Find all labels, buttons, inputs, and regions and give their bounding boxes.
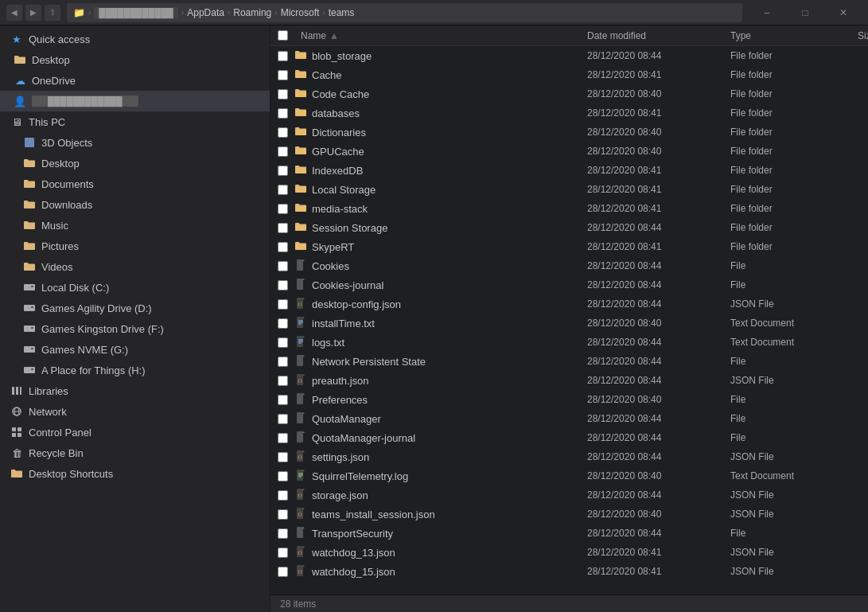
sidebar-item-games-kingston[interactable]: Games Kingston Drive (F:) — [0, 318, 270, 339]
row-checkbox-cell[interactable] — [271, 242, 294, 252]
row-checkbox-cell[interactable] — [271, 280, 294, 290]
row-checkbox[interactable] — [278, 471, 288, 481]
sidebar-item-quick-access[interactable]: ★ Quick access — [0, 29, 270, 49]
sidebar-item-user[interactable]: 👤 ████████████ — [0, 91, 270, 111]
table-row[interactable]: Cache 28/12/2020 08:41 File folder — [271, 65, 868, 84]
table-row[interactable]: Local Storage 28/12/2020 08:41 File fold… — [271, 180, 868, 199]
minimize-button[interactable]: – — [749, 0, 785, 25]
sidebar-item-pictures[interactable]: Pictures — [0, 236, 270, 256]
row-checkbox-cell[interactable] — [271, 261, 294, 271]
sidebar-item-music[interactable]: Music — [0, 215, 270, 236]
table-row[interactable]: {} desktop-config.json 28/12/2020 08:44 … — [271, 294, 868, 314]
row-checkbox-cell[interactable] — [271, 509, 294, 520]
row-checkbox[interactable] — [278, 146, 288, 157]
row-checkbox-cell[interactable] — [271, 452, 294, 462]
row-checkbox-cell[interactable] — [271, 357, 294, 367]
row-checkbox[interactable] — [278, 452, 288, 462]
row-checkbox-cell[interactable] — [271, 376, 294, 386]
breadcrumb-appdata[interactable]: AppData — [187, 7, 224, 18]
table-row[interactable]: GPUCache 28/12/2020 08:40 File folder — [271, 142, 868, 161]
row-checkbox[interactable] — [278, 376, 288, 386]
row-checkbox[interactable] — [278, 89, 288, 99]
sidebar-item-network[interactable]: Network — [0, 401, 270, 422]
row-checkbox-cell[interactable] — [271, 337, 294, 348]
row-checkbox-cell[interactable] — [271, 414, 294, 424]
table-row[interactable]: databases 28/12/2020 08:41 File folder — [271, 103, 868, 123]
row-checkbox-cell[interactable] — [271, 318, 294, 329]
table-row[interactable]: QuotaManager 28/12/2020 08:44 File 52 KB — [271, 409, 868, 428]
table-row[interactable]: Session Storage 28/12/2020 08:44 File fo… — [271, 218, 868, 237]
table-row[interactable]: media-stack 28/12/2020 08:41 File folder — [271, 199, 868, 218]
row-checkbox-cell[interactable] — [271, 127, 294, 138]
row-checkbox-cell[interactable] — [271, 433, 294, 443]
row-checkbox-cell[interactable] — [271, 51, 294, 61]
table-row[interactable]: logs.txt 28/12/2020 08:44 Text Document … — [271, 333, 868, 352]
header-checkbox-cell[interactable] — [271, 30, 294, 41]
sidebar-item-control-panel[interactable]: Control Panel — [0, 422, 270, 442]
col-header-type[interactable]: Type — [724, 25, 851, 45]
select-all-checkbox[interactable] — [278, 30, 288, 41]
table-row[interactable]: Dictionaries 28/12/2020 08:40 File folde… — [271, 123, 868, 142]
row-checkbox-cell[interactable] — [271, 567, 294, 577]
row-checkbox[interactable] — [278, 299, 288, 310]
forward-button[interactable]: ▶ — [25, 5, 41, 21]
row-checkbox[interactable] — [278, 548, 288, 558]
table-row[interactable]: SkypeRT 28/12/2020 08:41 File folder — [271, 237, 868, 256]
breadcrumb-microsoft[interactable]: Microsoft — [281, 7, 320, 18]
sidebar-item-desktop2[interactable]: Desktop — [0, 153, 270, 173]
table-row[interactable]: Cookies 28/12/2020 08:44 File 20 KB — [271, 256, 868, 275]
table-row[interactable]: Code Cache 28/12/2020 08:40 File folder — [271, 84, 868, 103]
row-checkbox[interactable] — [278, 337, 288, 348]
row-checkbox[interactable] — [278, 357, 288, 367]
sidebar-item-videos[interactable]: Videos — [0, 256, 270, 277]
row-checkbox[interactable] — [278, 490, 288, 501]
row-checkbox-cell[interactable] — [271, 108, 294, 119]
row-checkbox-cell[interactable] — [271, 185, 294, 195]
sidebar-item-recycle-bin[interactable]: 🗑 Recycle Bin — [0, 442, 270, 463]
up-button[interactable]: ⇧ — [45, 5, 60, 21]
back-button[interactable]: ◀ — [6, 5, 22, 21]
breadcrumb-teams[interactable]: teams — [329, 7, 355, 18]
table-row[interactable]: Cookies-journal 28/12/2020 08:44 File 0 … — [271, 275, 868, 294]
table-row[interactable]: QuotaManager-journal 28/12/2020 08:44 Fi… — [271, 428, 868, 447]
row-checkbox-cell[interactable] — [271, 89, 294, 99]
sidebar-item-documents[interactable]: Documents — [0, 173, 270, 194]
row-checkbox[interactable] — [278, 509, 288, 520]
row-checkbox[interactable] — [278, 127, 288, 138]
row-checkbox[interactable] — [278, 433, 288, 443]
breadcrumb[interactable]: 📁 › ████████████ › AppData › Roaming › M… — [67, 3, 742, 22]
close-button[interactable]: ✕ — [825, 0, 862, 25]
row-checkbox[interactable] — [278, 242, 288, 252]
sidebar-item-onedrive[interactable]: ☁ OneDrive — [0, 70, 270, 91]
row-checkbox-cell[interactable] — [271, 490, 294, 501]
sidebar-item-local-disk[interactable]: Local Disk (C:) — [0, 277, 270, 298]
table-row[interactable]: blob_storage 28/12/2020 08:44 File folde… — [271, 46, 868, 65]
sidebar-item-3d-objects[interactable]: 3D Objects — [0, 132, 270, 153]
table-row[interactable]: {} teams_install_session.json 28/12/2020… — [271, 505, 868, 524]
maximize-button[interactable]: □ — [787, 0, 823, 25]
row-checkbox[interactable] — [278, 185, 288, 195]
row-checkbox[interactable] — [278, 166, 288, 176]
row-checkbox[interactable] — [278, 261, 288, 271]
row-checkbox[interactable] — [278, 318, 288, 329]
row-checkbox-cell[interactable] — [271, 299, 294, 310]
sidebar-item-libraries[interactable]: Libraries — [0, 380, 270, 401]
row-checkbox[interactable] — [278, 567, 288, 577]
row-checkbox-cell[interactable] — [271, 471, 294, 481]
row-checkbox[interactable] — [278, 51, 288, 61]
table-row[interactable]: {} preauth.json 28/12/2020 08:44 JSON Fi… — [271, 371, 868, 390]
col-header-name[interactable]: Name ▲ — [294, 25, 581, 45]
row-checkbox-cell[interactable] — [271, 223, 294, 233]
row-checkbox-cell[interactable] — [271, 204, 294, 214]
table-row[interactable]: {} watchdog_13.json 28/12/2020 08:41 JSO… — [271, 543, 868, 562]
col-header-size[interactable]: Size — [851, 25, 868, 45]
sidebar-item-downloads[interactable]: Downloads — [0, 194, 270, 215]
table-row[interactable]: Network Persistent State 28/12/2020 08:4… — [271, 352, 868, 371]
col-header-date[interactable]: Date modified — [581, 25, 724, 45]
table-row[interactable]: Preferences 28/12/2020 08:40 File 1 KB — [271, 390, 868, 409]
row-checkbox[interactable] — [278, 108, 288, 119]
row-checkbox[interactable] — [278, 223, 288, 233]
sidebar-item-this-pc[interactable]: 🖥 This PC — [0, 111, 270, 132]
row-checkbox[interactable] — [278, 70, 288, 80]
table-row[interactable]: IndexedDB 28/12/2020 08:41 File folder — [271, 161, 868, 180]
